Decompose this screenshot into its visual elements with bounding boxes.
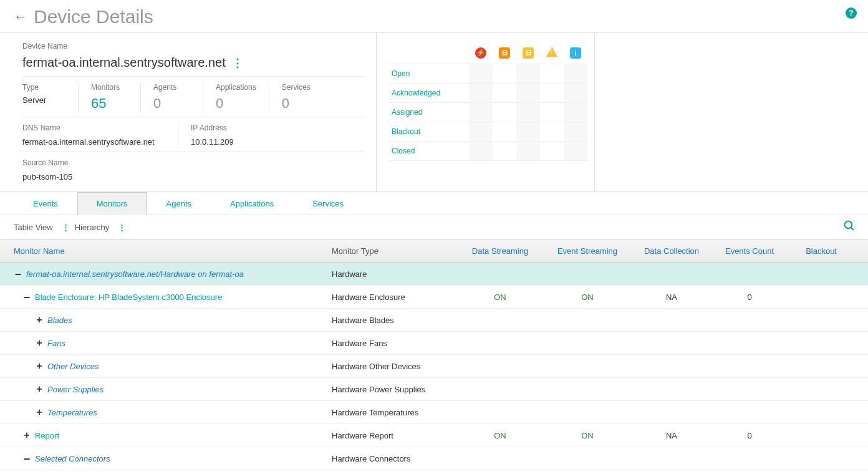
svg-line-1 bbox=[851, 228, 854, 230]
tree-row: +Power SuppliesHardware Power Supplies bbox=[0, 378, 868, 401]
view-hierarchy[interactable]: Hierarchy bbox=[75, 223, 110, 232]
tree-node-label: Power Supplies bbox=[47, 385, 104, 394]
tree-node-label: Temperatures bbox=[47, 408, 97, 417]
tree-node-ds: ON bbox=[456, 293, 544, 302]
expand-icon[interactable]: + bbox=[35, 407, 44, 418]
col-monitor-type[interactable]: Monitor Type bbox=[332, 246, 456, 256]
tree-row: +Other DevicesHardware Other Devices bbox=[0, 355, 868, 378]
tree-node-ec: 0 bbox=[712, 293, 787, 302]
tree-row: +Connector for: HP BladeSystemHardware S… bbox=[0, 470, 868, 474]
device-name-value: fermat-oa.internal.sentrysoftware.net bbox=[22, 56, 226, 70]
tree-node-ec: 0 bbox=[712, 431, 787, 440]
svg-point-0 bbox=[845, 221, 852, 229]
event-summary-card: ⚡ ⊟ ⊟ i Open Acknowledged Assigned Black… bbox=[377, 33, 595, 191]
type-label: Type bbox=[22, 83, 65, 92]
tree-node-label[interactable]: Blade Enclosure: HP BladeSystem c3000 En… bbox=[35, 293, 222, 302]
applications-label: Applications bbox=[216, 83, 256, 92]
col-monitor-name[interactable]: Monitor Name bbox=[14, 246, 332, 256]
tree-node-type: Hardware Report bbox=[332, 431, 456, 440]
expand-icon[interactable]: + bbox=[35, 360, 44, 372]
severity-major-icon: ⊟ bbox=[493, 42, 516, 64]
tree-node-type: Hardware Fans bbox=[332, 339, 456, 348]
view-table-menu-icon[interactable]: ⋮ bbox=[62, 223, 70, 232]
col-data-collection[interactable]: Data Collection bbox=[631, 246, 712, 256]
ip-label: IP Address bbox=[191, 123, 334, 132]
collapse-icon[interactable]: — bbox=[22, 291, 31, 302]
col-data-streaming[interactable]: Data Streaming bbox=[456, 246, 544, 256]
view-hierarchy-menu-icon[interactable]: ⋮ bbox=[118, 223, 126, 232]
expand-icon[interactable]: + bbox=[35, 384, 44, 395]
tree-node-label[interactable]: Report bbox=[35, 431, 59, 440]
monitors-label: Monitors bbox=[91, 83, 128, 92]
monitors-value[interactable]: 65 bbox=[91, 95, 128, 112]
tree-row: —Blade Enclosure: HP BladeSystem c3000 E… bbox=[0, 286, 868, 309]
expand-icon[interactable]: + bbox=[35, 337, 44, 349]
tree-node-type: Hardware Connectors bbox=[332, 454, 456, 463]
dns-label: DNS Name bbox=[22, 123, 165, 132]
event-row-assigned[interactable]: Assigned bbox=[388, 103, 469, 122]
tab-applications[interactable]: Applications bbox=[211, 192, 293, 215]
severity-minor-icon: ⊟ bbox=[516, 42, 540, 64]
applications-value: 0 bbox=[216, 95, 256, 112]
agents-label: Agents bbox=[153, 83, 190, 92]
col-event-streaming[interactable]: Event Streaming bbox=[544, 246, 631, 256]
expand-icon[interactable]: + bbox=[22, 430, 31, 441]
expand-icon[interactable]: + bbox=[35, 314, 44, 326]
page-title: Device Details bbox=[34, 6, 153, 27]
device-actions-menu-icon[interactable]: ⋮ bbox=[232, 56, 242, 70]
event-row-blackout[interactable]: Blackout bbox=[388, 122, 469, 142]
device-info-card: Device Name fermat-oa.internal.sentrysof… bbox=[0, 33, 377, 191]
view-bar: Table View ⋮ Hierarchy ⋮ bbox=[0, 215, 868, 239]
help-icon[interactable]: ? bbox=[846, 7, 857, 19]
tree-body: —fermat-oa.internal.sentrysoftware.net/H… bbox=[0, 263, 868, 474]
severity-warning-icon bbox=[540, 42, 564, 64]
ip-value: 10.0.11.209 bbox=[191, 137, 334, 147]
tree-node-type: Hardware Temperatures bbox=[332, 408, 456, 417]
tree-node-label: fermat-oa.internal.sentrysoftware.net/Ha… bbox=[26, 269, 244, 279]
tree-node-type: Hardware Power Supplies bbox=[332, 385, 456, 394]
tree-row: +ReportHardware ReportONONNA0 bbox=[0, 424, 868, 447]
dns-value: fermat-oa.internal.sentrysoftware.net bbox=[22, 137, 165, 147]
tree-row: +BladesHardware Blades bbox=[0, 309, 868, 332]
event-row-closed[interactable]: Closed bbox=[388, 142, 469, 161]
tree-node-type: Hardware Other Devices bbox=[332, 362, 456, 371]
tree-node-type: Hardware Enclosure bbox=[332, 293, 456, 302]
severity-critical-icon: ⚡ bbox=[469, 42, 493, 64]
tab-services[interactable]: Services bbox=[293, 192, 363, 215]
severity-info-icon: i bbox=[564, 42, 587, 64]
collapse-icon[interactable]: — bbox=[14, 268, 22, 279]
tree-node-dc: NA bbox=[631, 431, 712, 440]
collapse-icon[interactable]: — bbox=[22, 453, 31, 464]
tree-row: +TemperaturesHardware Temperatures bbox=[0, 401, 868, 424]
details-panel: Device Name fermat-oa.internal.sentrysof… bbox=[0, 32, 868, 192]
tree-node-ds: ON bbox=[456, 431, 544, 440]
page-header: ← Device Details ? bbox=[0, 0, 868, 32]
tree-node-es: ON bbox=[544, 293, 631, 302]
back-arrow-icon[interactable]: ← bbox=[14, 9, 27, 25]
services-value: 0 bbox=[282, 95, 319, 112]
col-blackout[interactable]: Blackout bbox=[787, 246, 837, 256]
source-value: pub-tsom-105 bbox=[22, 172, 365, 181]
tab-events[interactable]: Events bbox=[14, 192, 77, 215]
search-icon[interactable] bbox=[843, 220, 856, 235]
tree-node-dc: NA bbox=[631, 293, 712, 302]
tree-header: Monitor Name Monitor Type Data Streaming… bbox=[0, 239, 868, 263]
tree-node-es: ON bbox=[544, 431, 631, 440]
tree-node-label: Blades bbox=[47, 316, 72, 325]
tree-node-label: Fans bbox=[47, 339, 65, 348]
tree-row: —Selected ConnectorsHardware Connectors bbox=[0, 447, 868, 470]
tree-node-type: Hardware bbox=[332, 269, 456, 279]
event-row-acknowledged[interactable]: Acknowledged bbox=[388, 84, 469, 103]
col-events-count[interactable]: Events Count bbox=[712, 246, 787, 256]
agents-value: 0 bbox=[153, 95, 190, 112]
tab-agents[interactable]: Agents bbox=[147, 192, 211, 215]
tree-node-label: Selected Connectors bbox=[35, 454, 110, 463]
view-table[interactable]: Table View bbox=[14, 223, 53, 232]
tab-monitors[interactable]: Monitors bbox=[77, 192, 147, 215]
tab-bar: Events Monitors Agents Applications Serv… bbox=[0, 192, 868, 215]
device-name-label: Device Name bbox=[22, 42, 365, 51]
tree-node-type: Hardware Blades bbox=[332, 316, 456, 325]
tree-row: —fermat-oa.internal.sentrysoftware.net/H… bbox=[0, 263, 868, 286]
event-row-open[interactable]: Open bbox=[388, 64, 469, 84]
source-label: Source Name bbox=[22, 158, 365, 167]
